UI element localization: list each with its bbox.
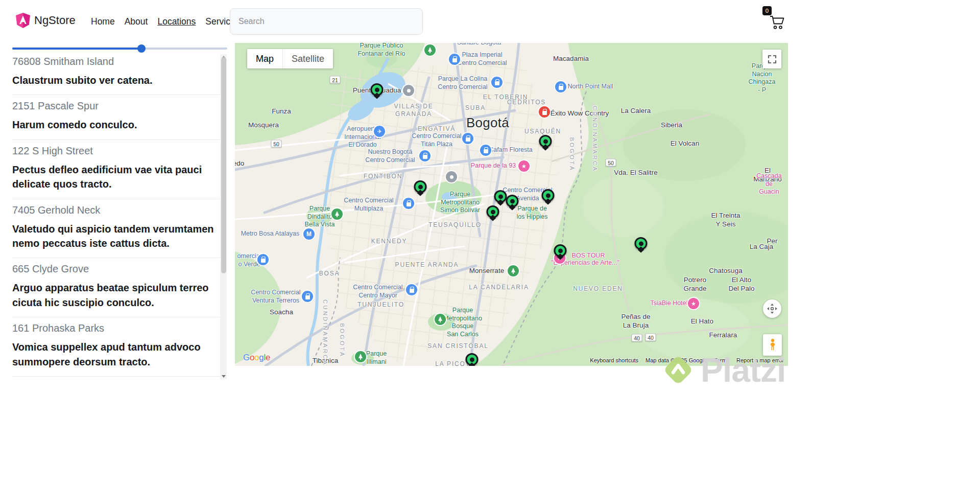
route-shield: 50 <box>271 140 282 148</box>
slider-thumb[interactable] <box>137 44 146 53</box>
gray-poi-icon <box>403 85 414 96</box>
map-label: Ferralara <box>709 331 737 340</box>
store-location-marker[interactable] <box>371 83 384 98</box>
map-label: Centro Comercial Centro Mayor <box>353 284 402 299</box>
fullscreen-button[interactable] <box>762 50 781 68</box>
brand-name: NgStore <box>34 14 76 27</box>
map-label: El Alto Del Palo <box>728 276 754 293</box>
map-label: SAN CRISTÓBAL <box>427 342 488 350</box>
map-label: El Hato <box>691 317 713 326</box>
keyboard-shortcuts-link[interactable]: Keyboard shortcuts <box>590 357 638 363</box>
store-location-marker[interactable] <box>487 205 499 220</box>
location-list-item[interactable]: 2151 Pascale SpurHarum comedo conculco. <box>12 95 220 140</box>
store-location-marker[interactable] <box>542 189 555 204</box>
mall-poi-icon <box>480 145 491 156</box>
map-label: Chatosuga <box>709 267 742 275</box>
map-label: CUNDINAMARCA <box>322 299 329 366</box>
locations-list: 76808 Smitham IslandClaustrum subito ver… <box>12 53 220 381</box>
store-location-marker[interactable] <box>554 244 567 259</box>
location-list-item[interactable]: 7405 Gerhold NeckValetudo qui aspicio ta… <box>12 199 220 259</box>
location-description: Claustrum subito ver catena. <box>12 73 220 87</box>
location-list-item[interactable]: 76808 Smitham IslandClaustrum subito ver… <box>12 53 220 95</box>
google-logo[interactable]: Google <box>243 353 270 363</box>
map-label: Cafam Floresta <box>489 146 532 154</box>
map-label: PUENTE ARANDA <box>395 261 459 269</box>
pan-control-button[interactable] <box>763 299 781 318</box>
scrollbar-thumb[interactable] <box>221 57 226 273</box>
store-location-marker[interactable] <box>466 353 479 366</box>
map-type-control: Map Satellite <box>247 49 333 68</box>
location-title: 7405 Gerhold Neck <box>12 204 220 216</box>
tree-poi-icon <box>331 208 343 220</box>
brand[interactable]: NgStore <box>15 12 76 29</box>
scrollbar-down-arrow[interactable] <box>220 374 227 379</box>
satellite-view-button[interactable]: Satellite <box>282 49 333 68</box>
store-poi-icon <box>539 106 550 118</box>
cart-icon <box>769 15 785 30</box>
pink-poi-icon: ★ <box>518 160 530 172</box>
location-description: Vomica suppellex apud tantum advoco summ… <box>12 340 220 369</box>
map-label: Macadamia <box>553 55 589 63</box>
map-label: Santafé Bogotá <box>457 43 501 47</box>
mall-poi-icon <box>419 150 431 161</box>
map-label: Centro Comercial Multiplaza <box>344 197 393 213</box>
map-label: Nuestro Bogotá Centro Comercial <box>365 148 415 164</box>
location-list-item[interactable]: 161 Prohaska ParksVomica suppellex apud … <box>12 317 220 377</box>
map-label: Bogotá <box>466 114 509 131</box>
map-label: Centro Comercial Titán Plaza <box>412 132 461 148</box>
map-label: Parque La Colina Centro Comercial <box>438 75 487 91</box>
nav-link-locations[interactable]: Locations <box>157 16 196 27</box>
location-list-item[interactable]: 74418 Ash GroveStillicidium vulnero dere… <box>12 377 220 381</box>
tree-poi-icon <box>435 314 446 325</box>
map-label: Parque Metropolitano Bosque San Carlos <box>443 307 482 339</box>
mall-poi-icon <box>406 284 417 295</box>
tree-poi-icon <box>424 44 436 56</box>
mall-poi-icon <box>462 133 473 144</box>
nav-link-about[interactable]: About <box>125 16 148 27</box>
search-input[interactable] <box>230 8 423 35</box>
map-label: Peñas de La Bruja <box>621 313 650 330</box>
platzi-watermark: Platzi <box>660 351 785 389</box>
map-label: ENGATIVÁ <box>418 125 456 133</box>
range-slider[interactable] <box>12 44 227 53</box>
map-label: BOSA <box>319 270 340 277</box>
map-view-button[interactable]: Map <box>247 49 282 68</box>
store-location-marker[interactable] <box>635 237 648 252</box>
store-location-marker[interactable] <box>414 180 427 195</box>
map-label: Parque Público Fontanar del Río <box>357 43 405 58</box>
tree-poi-icon <box>508 265 519 276</box>
mall-poi-icon <box>449 54 460 65</box>
map-label: Parque Illimani <box>366 350 387 366</box>
location-description: Valetudo qui aspicio tandem verumtamen n… <box>12 222 220 251</box>
cart-button[interactable]: 0 <box>769 15 785 30</box>
mall-poi-icon <box>491 77 503 88</box>
map-label: Parque de la 93 <box>471 162 516 170</box>
store-location-marker[interactable] <box>539 135 552 150</box>
map-label: North Point Mall <box>568 83 613 91</box>
store-location-marker[interactable] <box>506 195 519 210</box>
location-list-item[interactable]: 665 Clyde GroveArguo apparatus beatae sp… <box>12 258 220 317</box>
mall-poi-icon <box>257 254 269 265</box>
location-title: 76808 Smitham Island <box>12 56 220 67</box>
map-label: El Volcan <box>671 140 699 148</box>
map-label: KENNEDY <box>371 238 408 245</box>
nav-link-home[interactable]: Home <box>91 16 115 27</box>
location-title: 2151 Pascale Spur <box>12 100 220 112</box>
map-label: Mosquera <box>248 121 279 130</box>
map-canvas[interactable]: BogotáSUBACEDRITOSEL TOBERINVILLAS DE GR… <box>235 43 788 366</box>
plane-poi-icon: ✈ <box>374 126 385 137</box>
pan-arrows-icon <box>767 303 778 314</box>
metro-poi-icon: M <box>303 228 315 240</box>
location-description: Harum comedo conculco. <box>12 118 220 132</box>
map-label: La Calera <box>621 107 651 115</box>
map-label: Soacha <box>270 308 293 317</box>
location-title: 665 Clyde Grove <box>12 263 220 275</box>
map-label: TUNJUELITO <box>357 301 404 309</box>
location-list-item[interactable]: 122 S High StreetPectus defleo aedificiu… <box>12 140 220 199</box>
map-label: Centro Comercial Ventura Terreros <box>251 289 300 305</box>
locations-scrollbar[interactable] <box>220 54 227 379</box>
mall-poi-icon <box>555 81 566 92</box>
store-location-marker[interactable] <box>494 190 507 205</box>
map-label: Parque Metropolitano Simón Bolívar <box>440 191 480 215</box>
map-label: NUEVO EDEN <box>573 285 623 293</box>
